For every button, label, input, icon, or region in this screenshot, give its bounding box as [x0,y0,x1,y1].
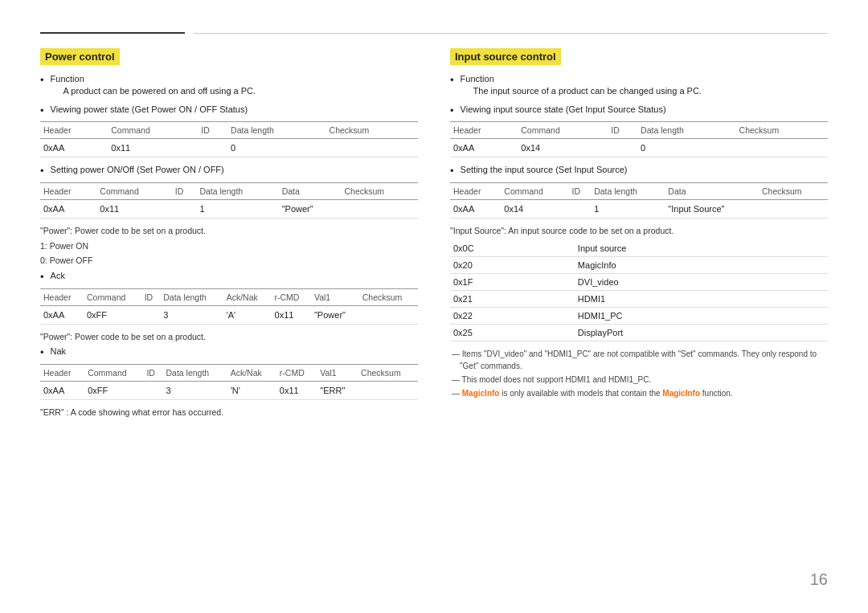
ack-list: • Ack [40,270,418,284]
cell-0xaa-2: 0xAA [40,199,96,218]
page-number: 16 [810,570,828,589]
footnote-3: ― MagicInfo is only available with model… [450,387,828,399]
th-checksum-4: Checksum [358,364,418,381]
setting-input-text: Setting the input source (Set Input Sour… [461,164,628,176]
cell-0xff-4: 0xFF [84,381,143,399]
table-row: 0xAA 0x11 1 "Power" [40,199,418,218]
th-id-3: ID [141,288,161,305]
input-function-desc: The input source of a product can be cha… [473,85,702,97]
cell-0x22: 0x22 [450,307,575,324]
th-val1-4: Val1 [317,364,358,381]
cell-cs-2 [342,199,418,218]
source-codes-table: 0x0C Input source 0x20 MagicInfo 0x1F DV… [450,240,828,341]
cell-cs-r1 [736,139,828,157]
cell-0x14-r2: 0x14 [501,199,568,218]
th-checksum-r1: Checksum [736,122,828,139]
footnote-1: ― Items "DVI_video" and "HDMI1_PC" are n… [450,348,828,372]
cell-0x11-1: 0x11 [108,139,198,157]
cell-an-3: 'A' [223,305,272,324]
power-control-section: Power control • Function A product can b… [40,48,418,422]
setting-power-text: Setting power ON/Off (Set Power ON / OFF… [51,164,224,176]
th-rcmd-4: r-CMD [276,364,317,381]
function-desc: A product can be powered on and off usin… [63,85,256,97]
table-row: 0x1F DVI_video [450,273,828,290]
cell-0xff-3: 0xFF [84,305,141,324]
th-header-2: Header [40,182,96,199]
cell-magicinfo: MagicInfo [575,256,828,273]
cell-hdmi1-pc: HDMI1_PC [575,307,828,324]
cell-id-r1 [608,139,637,157]
input-source-note: "Input Source": An input source code to … [450,225,828,237]
th-header-r2: Header [450,182,501,199]
viewing-input-bullet: • Viewing input source state (Get Input … [450,104,828,117]
th-acknak-3: Ack/Nak [223,288,272,305]
cell-cs-4 [358,381,418,399]
cell-0x11-2: 0x11 [96,199,171,218]
bullet-dot-5: • [40,346,44,359]
content-columns: Power control • Function A product can b… [40,48,828,422]
power-note3: 0: Power OFF [40,255,418,267]
cell-0x21: 0x21 [450,290,575,307]
power-control-title: Power control [40,48,120,65]
cell-0xaa-3: 0xAA [40,305,84,324]
top-rule-line [193,33,828,34]
cell-0x20: 0x20 [450,256,575,273]
cell-cs-3 [359,305,418,324]
cell-id-4 [143,381,162,399]
function-label: Function [51,73,256,85]
cell-dl-r1: 0 [637,139,736,157]
th-command-1: Command [108,122,198,139]
th-id-1: ID [198,122,227,139]
table-row: 0x22 HDMI1_PC [450,307,828,324]
cell-0xaa-r2: 0xAA [450,199,501,218]
cell-0x25: 0x25 [450,324,575,341]
nak-bullet: • Nak [40,345,418,359]
cell-hdmi1: HDMI1 [575,290,828,307]
table-row: 0x25 DisplayPort [450,324,828,341]
footnote-2: ― This model does not support HDMI1 and … [450,374,828,386]
th-command-4: Command [84,364,143,381]
cell-id-r2 [569,199,592,218]
th-header-4: Header [40,364,84,381]
nak-label: Nak [51,345,67,358]
setting-power-list: • Setting power ON/Off (Set Power ON / O… [40,164,418,178]
th-checksum-2: Checksum [342,182,418,199]
th-command-r1: Command [518,122,608,139]
th-acknak-4: Ack/Nak [227,364,276,381]
setting-input-bullet: • Setting the input source (Set Input So… [450,164,828,178]
cell-dvi-video: DVI_video [575,273,828,290]
power-note2: 1: Power ON [40,240,418,252]
viewing-input-text: Viewing input source state (Get Input So… [461,104,666,116]
cell-displayport: DisplayPort [575,324,828,341]
th-header-3: Header [40,288,84,305]
nak-list: • Nak [40,345,418,359]
footnote3-mid: is only available with models that conta… [499,389,662,398]
th-datalength-1: Data length [227,122,326,139]
table-row: 0xAA 0x11 0 [40,139,418,157]
page: Power control • Function A product can b… [0,0,868,454]
power-function-list: • Function A product can be powered on a… [40,73,418,116]
top-rule [40,32,828,34]
cell-0xaa-r1: 0xAA [450,139,518,157]
th-header-1: Header [40,122,108,139]
table-row: 0xAA 0x14 1 "Input Source" [450,199,828,218]
cell-dl-3: 3 [160,305,223,324]
th-id-r2: ID [569,182,592,199]
bullet-dot-4: • [40,271,44,284]
cell-rcmd-4: 0x11 [276,381,317,399]
cell-0xaa-1: 0xAA [40,139,108,157]
input-source-title: Input source control [450,48,561,65]
cell-input-source: Input source [575,240,828,257]
cell-id-2 [172,199,197,218]
cell-0x1f: 0x1F [450,273,575,290]
table-row: 0xAA 0x14 0 [450,139,828,157]
table-row: 0x20 MagicInfo [450,256,828,273]
footnote3-pre: ― [452,389,462,398]
th-id-2: ID [172,182,197,199]
th-val1-3: Val1 [311,288,359,305]
input-set-table: Header Command ID Data length Data Check… [450,182,828,219]
setting-power-bullet: • Setting power ON/Off (Set Power ON / O… [40,164,418,178]
th-datalength-3: Data length [160,288,223,305]
footnotes: ― Items "DVI_video" and "HDMI1_PC" are n… [450,348,828,399]
cell-0x0c: 0x0C [450,240,575,257]
